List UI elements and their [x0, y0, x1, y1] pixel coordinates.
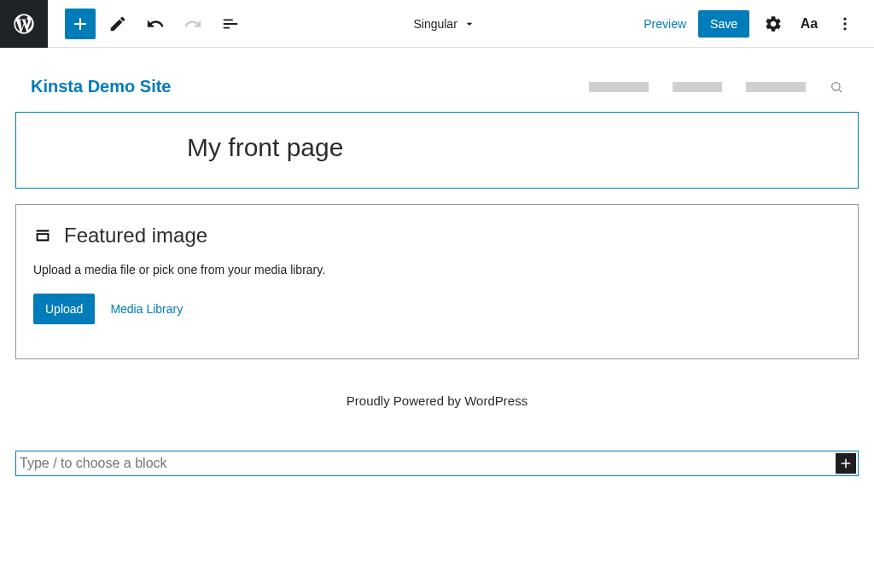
list-view-icon — [221, 15, 240, 33]
redo-button[interactable] — [178, 9, 208, 39]
nav-placeholder-item — [746, 82, 806, 92]
wordpress-logo[interactable] — [0, 0, 48, 48]
media-library-link[interactable]: Media Library — [110, 302, 183, 316]
typography-button[interactable]: Aa — [797, 12, 821, 36]
chevron-down-icon — [463, 17, 476, 31]
svg-point-0 — [843, 17, 846, 20]
footer-text[interactable]: Proudly Powered by WordPress — [15, 393, 859, 408]
more-vertical-icon — [836, 15, 854, 32]
more-options-button[interactable] — [833, 12, 857, 36]
featured-image-block[interactable]: Featured image Upload a media file or pi… — [15, 204, 859, 359]
block-inserter[interactable] — [15, 451, 859, 476]
plus-icon — [838, 456, 854, 471]
upload-button[interactable]: Upload — [33, 294, 95, 324]
nav-placeholder-item — [673, 82, 722, 92]
undo-icon — [146, 15, 165, 33]
undo-button[interactable] — [140, 9, 171, 39]
svg-point-1 — [843, 22, 846, 25]
edit-tool-button[interactable] — [102, 9, 133, 39]
save-button[interactable]: Save — [698, 10, 749, 38]
post-title-text: My front page — [187, 133, 858, 162]
add-block-button[interactable] — [65, 9, 96, 39]
editor-toolbar: Singular Preview Save Aa — [0, 0, 874, 48]
site-title[interactable]: Kinsta Demo Site — [31, 77, 171, 96]
featured-image-title: Featured image — [64, 224, 207, 247]
wordpress-icon — [12, 12, 36, 36]
gear-icon — [764, 15, 783, 33]
preview-link[interactable]: Preview — [644, 17, 686, 31]
block-inserter-add-button[interactable] — [836, 453, 856, 474]
pencil-icon — [108, 15, 127, 33]
featured-image-icon — [33, 226, 52, 245]
template-label: Singular — [413, 17, 457, 31]
settings-button[interactable] — [761, 12, 785, 36]
svg-point-2 — [843, 27, 846, 30]
template-selector[interactable]: Singular — [246, 17, 644, 31]
post-title-block[interactable]: My front page — [15, 112, 859, 189]
editor-canvas: Kinsta Demo Site My front page Featured … — [0, 48, 874, 493]
plus-icon — [70, 14, 90, 34]
search-icon[interactable] — [830, 80, 843, 94]
svg-point-3 — [832, 82, 840, 90]
nav-placeholder-item — [589, 82, 649, 92]
featured-image-description: Upload a media file or pick one from you… — [33, 263, 841, 277]
navigation-block[interactable] — [589, 80, 843, 94]
redo-icon — [184, 15, 202, 33]
site-header-block: Kinsta Demo Site — [15, 65, 859, 112]
list-view-button[interactable] — [215, 9, 246, 39]
block-inserter-input[interactable] — [16, 456, 834, 471]
